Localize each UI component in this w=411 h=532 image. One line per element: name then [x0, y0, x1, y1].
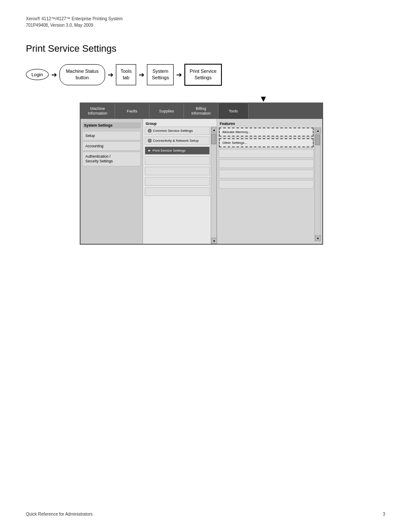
scroll-thumb [211, 134, 216, 144]
footer-right: 3 [383, 512, 385, 516]
group-item-print-service[interactable]: ► Print Service Settings [145, 146, 210, 155]
tab-billing-information[interactable]: BillingInformation [184, 103, 218, 119]
group-panel-wrapper: Group Common Service Settings Connectivi… [143, 119, 217, 244]
tab-tools[interactable]: Tools [218, 103, 249, 119]
group-item-icon-common [148, 129, 152, 133]
group-content-area: Common Service Settings Connectivity & N… [143, 127, 217, 244]
nav-system-settings[interactable]: SystemSettings [147, 64, 174, 85]
features-scroll-thumb [315, 134, 320, 145]
features-scrollbar[interactable]: ▲ ▼ [314, 128, 321, 241]
ui-diagram: MachineInformation Faults Supplies Billi… [80, 103, 323, 245]
features-scroll-up-button[interactable]: ▲ [315, 128, 321, 134]
group-item-empty-1 [145, 156, 210, 165]
group-item-empty-3 [145, 177, 210, 186]
footer-left: Quick Reference for Administrators [26, 512, 93, 516]
group-item-label-connectivity: Connectivity & Network Setup [153, 139, 199, 143]
feature-item-allocate-memory[interactable]: Allocate Memory... [219, 128, 314, 137]
content-area: System Settings Setup Accounting Authent… [81, 119, 322, 244]
features-content: Allocate Memory... Other Settings... ▲ ▼ [219, 128, 321, 241]
nav-login[interactable]: Login [26, 69, 49, 80]
nav-arrow-4: ➔ [176, 71, 182, 79]
page-title: Print Service Settings [26, 43, 116, 54]
nav-arrow-3: ➔ [139, 71, 144, 79]
scroll-track [211, 133, 216, 238]
tab-faults[interactable]: Faults [115, 103, 149, 119]
nav-tools-tab[interactable]: Toolstab [116, 64, 137, 85]
nav-machine-status[interactable]: Machine Statusbutton [59, 64, 105, 85]
features-scroll-track [315, 134, 320, 235]
group-item-empty-4 [145, 187, 210, 196]
group-item-arrow-print: ► [148, 149, 151, 152]
group-item-connectivity[interactable]: Connectivity & Network Setup [145, 137, 210, 145]
sidebar-item-accounting[interactable]: Accounting [82, 141, 141, 151]
sidebar-item-authentication[interactable]: Authentication /Security Settings [82, 152, 141, 166]
group-label: Group [143, 119, 217, 127]
feature-item-empty-4 [219, 180, 314, 189]
features-scroll-down-button[interactable]: ▼ [315, 235, 321, 241]
page-header: Xerox® 4112™/4127™ Enterprise Printing S… [26, 16, 123, 28]
system-settings-label: System Settings [82, 122, 141, 128]
sidebar-item-setup[interactable]: Setup [82, 131, 141, 140]
feature-item-empty-3 [219, 170, 314, 178]
tab-supplies[interactable]: Supplies [149, 103, 184, 119]
group-item-empty-2 [145, 167, 210, 175]
feature-item-other-settings[interactable]: Other Settings... [219, 138, 314, 147]
tabs-row: MachineInformation Faults Supplies Billi… [81, 103, 322, 119]
nav-arrow-1: ➔ [51, 71, 57, 79]
features-label: Features [219, 121, 321, 126]
header-line1: Xerox® 4112™/4127™ Enterprise Printing S… [26, 16, 123, 22]
group-item-label-common: Common Service Settings [153, 129, 193, 133]
left-sidebar: System Settings Setup Accounting Authent… [81, 119, 143, 244]
nav-arrow-2: ➔ [108, 71, 113, 79]
group-scrollbar[interactable]: ▲ ▼ [211, 127, 217, 244]
group-items-list: Common Service Settings Connectivity & N… [143, 127, 211, 244]
scroll-down-button[interactable]: ▼ [211, 238, 217, 244]
feature-item-empty-2 [219, 159, 314, 168]
nav-flow: Login ➔ Machine Statusbutton ➔ Toolstab … [26, 64, 222, 86]
features-panel: Features Allocate Memory... Other Settin… [217, 119, 322, 244]
features-items-list: Allocate Memory... Other Settings... [219, 128, 314, 241]
header-line2: 701P49408, Version 3.0, May 2009 [26, 22, 123, 28]
feature-item-empty-1 [219, 149, 314, 158]
group-item-common-service[interactable]: Common Service Settings [145, 127, 210, 135]
group-item-label-print: Print Service Settings [153, 149, 185, 152]
scroll-up-button[interactable]: ▲ [211, 127, 217, 133]
group-item-icon-connectivity [148, 139, 152, 143]
nav-print-service-settings[interactable]: Print ServiceSettings [184, 64, 221, 86]
tab-machine-information[interactable]: MachineInformation [81, 103, 115, 119]
